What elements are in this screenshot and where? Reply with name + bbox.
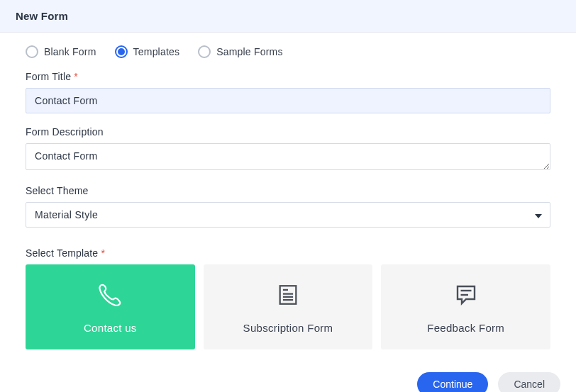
select-theme-label: Select Theme	[26, 185, 550, 196]
radio-icon	[198, 45, 211, 58]
radio-templates[interactable]: Templates	[115, 45, 180, 58]
form-type-radio-group: Blank Form Templates Sample Forms	[26, 45, 550, 58]
template-card-subscription[interactable]: Subscription Form	[204, 264, 373, 349]
radio-icon	[26, 45, 38, 58]
svg-rect-0	[280, 286, 297, 304]
form-title-label: Form Title *	[26, 71, 550, 82]
form-description-input[interactable]: Contact Form	[26, 143, 550, 170]
radio-label: Blank Form	[44, 46, 96, 57]
speech-bubble-icon	[452, 281, 480, 309]
template-card-feedback[interactable]: Feedback Form	[381, 264, 550, 349]
form-title-input[interactable]	[26, 88, 550, 113]
select-template-label: Select Template *	[26, 247, 550, 259]
radio-blank-form[interactable]: Blank Form	[26, 45, 96, 58]
template-card-label: Subscription Form	[243, 322, 333, 334]
template-card-row: Contact us Subscription Form	[26, 264, 550, 349]
template-card-label: Contact us	[84, 322, 137, 334]
template-card-contact-us[interactable]: Contact us	[26, 264, 195, 349]
radio-sample-forms[interactable]: Sample Forms	[198, 45, 282, 58]
template-card-label: Feedback Form	[427, 322, 504, 334]
radio-label: Sample Forms	[216, 46, 282, 57]
newspaper-icon	[274, 281, 302, 309]
dialog-title: New Form	[16, 10, 560, 22]
dialog-footer: Continue Cancel	[0, 372, 576, 392]
form-description-label: Form Description	[26, 126, 550, 138]
select-theme-input[interactable]: Material Style	[26, 202, 550, 228]
radio-label: Templates	[133, 46, 180, 57]
cancel-button[interactable]: Cancel	[498, 372, 560, 392]
phone-icon	[96, 281, 124, 309]
radio-icon	[115, 45, 128, 58]
continue-button[interactable]: Continue	[417, 372, 488, 392]
dialog-header: New Form	[0, 0, 576, 33]
